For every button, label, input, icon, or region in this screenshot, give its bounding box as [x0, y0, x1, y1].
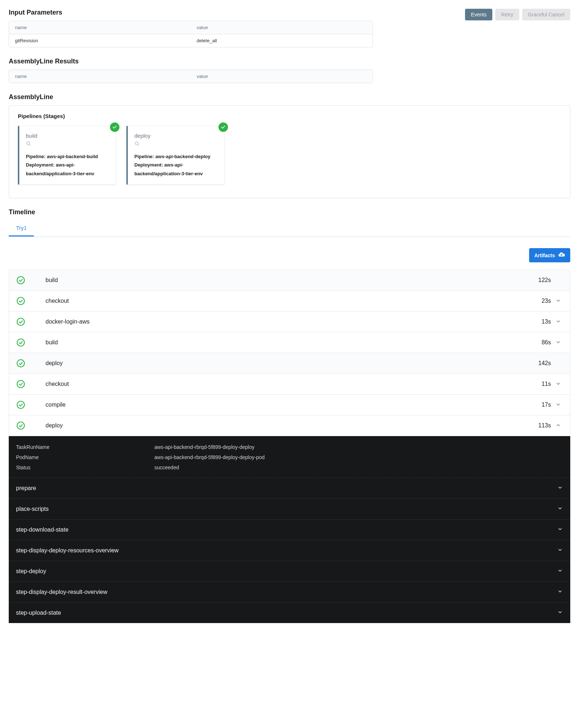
timeline-group-row: deploy142s — [9, 353, 570, 374]
substep-name: step-display-deploy-resources-overview — [16, 547, 119, 554]
chevron-up-icon[interactable] — [555, 422, 563, 429]
step-name: checkout — [46, 298, 541, 304]
pipeline-stage-name: deploy — [134, 133, 218, 139]
chevron-down-icon — [557, 588, 563, 596]
col-name: name — [9, 70, 191, 83]
events-button[interactable]: Events — [465, 9, 492, 20]
substep-name: step-upload-state — [16, 610, 61, 616]
col-value: value — [191, 70, 373, 83]
timeline-step-row[interactable]: build86s — [9, 332, 570, 353]
meta-key: PodName — [16, 454, 154, 460]
svg-point-10 — [17, 401, 24, 408]
pipelines-box: Pipelines (Stages) build Pipeline: aws-a… — [9, 105, 570, 198]
success-check-icon — [16, 421, 46, 430]
action-buttons: Events Retry Graceful Cancel — [465, 9, 570, 20]
retry-button[interactable]: Retry — [495, 9, 519, 20]
step-duration: 11s — [541, 381, 551, 387]
tab-try1[interactable]: Try1 — [9, 220, 34, 236]
step-name: deploy — [46, 360, 538, 367]
input-parameters-heading: Input Parameters — [9, 9, 458, 16]
pipeline-meta: Pipeline: aws-api-backend-deploy Deploym… — [134, 152, 218, 178]
graceful-cancel-button[interactable]: Graceful Cancel — [522, 9, 570, 20]
svg-point-2 — [135, 142, 138, 145]
svg-point-0 — [27, 142, 29, 145]
svg-point-7 — [17, 339, 24, 346]
step-duration: 142s — [538, 360, 551, 367]
step-name: checkout — [46, 381, 541, 387]
col-value: value — [191, 21, 373, 34]
svg-point-6 — [17, 318, 24, 325]
success-check-icon — [16, 317, 46, 326]
timeline-group-row: build122s — [9, 270, 570, 291]
substep-name: step-display-deploy-result-overview — [16, 589, 107, 595]
substep-row[interactable]: step-display-deploy-result-overview — [9, 582, 570, 602]
input-params-table: name value gitRevision delete_all — [9, 21, 373, 47]
svg-point-11 — [17, 422, 24, 429]
svg-point-5 — [17, 297, 24, 305]
substep-name: step-download-state — [16, 527, 68, 533]
artifacts-button[interactable]: Artifacts — [529, 248, 570, 262]
substep-row[interactable]: step-display-deploy-resources-overview — [9, 540, 570, 561]
col-name: name — [9, 21, 191, 34]
chevron-down-icon[interactable] — [555, 298, 563, 305]
svg-point-4 — [17, 277, 24, 284]
svg-line-1 — [29, 145, 31, 146]
chevron-down-icon[interactable] — [555, 339, 563, 346]
param-value: delete_all — [191, 34, 373, 47]
assembly-results-heading: AssemblyLine Results — [9, 58, 570, 65]
meta-row: Statussucceeded — [16, 462, 563, 473]
chevron-down-icon — [557, 485, 563, 492]
meta-value: aws-api-backend-rbrqd-5f899-deploy-deplo… — [154, 454, 265, 460]
substep-row[interactable]: prepare — [9, 478, 570, 498]
step-duration: 17s — [541, 402, 551, 408]
substep-name: prepare — [16, 485, 36, 492]
assembly-results-table: name value — [9, 70, 373, 83]
cloud-download-icon — [558, 251, 565, 259]
timeline-heading: Timeline — [9, 208, 570, 216]
substep-name: place-scripts — [16, 506, 49, 512]
magnifier-icon[interactable] — [26, 141, 109, 147]
step-name: compile — [46, 402, 541, 408]
meta-value: succeeded — [154, 465, 179, 470]
timeline-step-row[interactable]: checkout11s — [9, 374, 570, 395]
chevron-down-icon[interactable] — [555, 402, 563, 408]
param-name: gitRevision — [9, 34, 191, 47]
chevron-down-icon[interactable] — [555, 381, 563, 388]
timeline-step-row[interactable]: docker-login-aws13s — [9, 312, 570, 332]
step-name: build — [46, 339, 541, 346]
pipeline-stage-name: build — [26, 133, 109, 139]
step-duration: 13s — [541, 318, 551, 325]
timeline-table: build122scheckout23sdocker-login-aws13sb… — [9, 270, 570, 436]
success-check-icon — [16, 380, 46, 388]
substep-row[interactable]: step-download-state — [9, 519, 570, 540]
pipeline-card-build[interactable]: build Pipeline: aws-api-backend-build De… — [18, 126, 116, 185]
substep-row[interactable]: place-scripts — [9, 498, 570, 519]
timeline-step-row[interactable]: deploy113s — [9, 415, 570, 436]
assembly-heading: AssemblyLine — [9, 93, 570, 101]
success-badge-icon — [218, 122, 228, 132]
substep-row[interactable]: step-upload-state — [9, 602, 570, 623]
substep-name: step-deploy — [16, 568, 46, 575]
pipeline-card-deploy[interactable]: deploy Pipeline: aws-api-backend-deploy … — [126, 126, 225, 185]
substep-row[interactable]: step-deploy — [9, 561, 570, 582]
chevron-down-icon — [557, 609, 563, 617]
svg-point-8 — [17, 360, 24, 367]
success-badge-icon — [110, 122, 119, 132]
success-check-icon — [16, 297, 46, 305]
timeline-step-row[interactable]: compile17s — [9, 395, 570, 415]
timeline-step-row[interactable]: checkout23s — [9, 291, 570, 312]
step-duration: 23s — [541, 298, 551, 304]
meta-key: TaskRunName — [16, 444, 154, 450]
step-name: deploy — [46, 422, 538, 429]
step-name: build — [46, 277, 538, 283]
deploy-detail-panel: TaskRunNameaws-api-backend-rbrqd-5f899-d… — [9, 436, 570, 623]
magnifier-icon[interactable] — [134, 141, 218, 147]
chevron-down-icon[interactable] — [555, 318, 563, 325]
table-row: gitRevision delete_all — [9, 34, 373, 47]
step-duration: 113s — [538, 422, 551, 429]
step-name: docker-login-aws — [46, 318, 541, 325]
success-check-icon — [16, 400, 46, 409]
pipelines-title: Pipelines (Stages) — [18, 113, 561, 119]
svg-line-3 — [138, 145, 139, 146]
meta-value: aws-api-backend-rbrqd-5f899-deploy-deplo… — [154, 444, 255, 450]
